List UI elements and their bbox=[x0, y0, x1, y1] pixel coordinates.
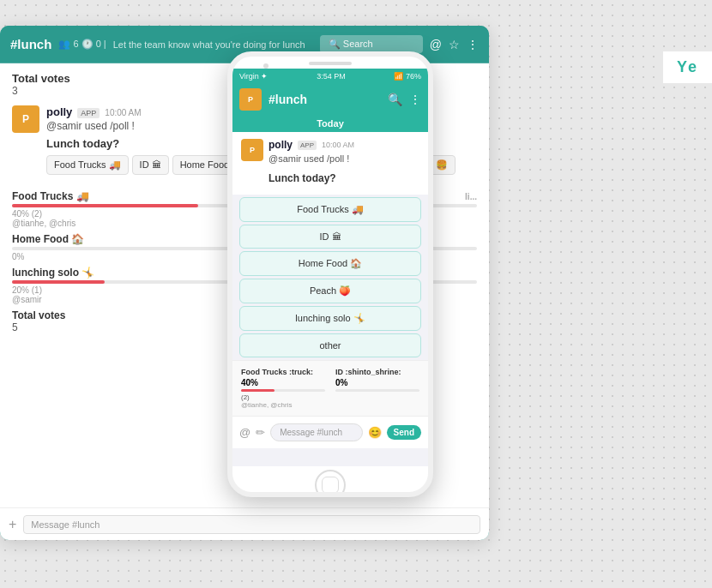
battery-text: 📶 76% bbox=[394, 72, 421, 81]
phone-today-label: Today bbox=[232, 115, 428, 132]
option-food-trucks[interactable]: Food Trucks 🚚 bbox=[46, 155, 129, 175]
search-box[interactable]: 🔍 Search bbox=[320, 35, 423, 53]
option-id[interactable]: ID 🏛 bbox=[132, 155, 169, 175]
phone-result-id: ID :shinto_shrine: 0% bbox=[335, 368, 419, 409]
phone-nav: P #lunch 🔍 ⋮ bbox=[232, 84, 428, 115]
phone-message: P polly APP 10:00 AM @samir used /poll !… bbox=[232, 132, 428, 195]
phone-frame: Virgin ✦ 3:54 PM 📶 76% P #lunch 🔍 ⋮ Toda… bbox=[227, 51, 433, 497]
phone-at-icon[interactable]: @ bbox=[239, 426, 250, 439]
branding-banner: Ye bbox=[663, 51, 712, 83]
phone-more-icon[interactable]: ⋮ bbox=[409, 93, 421, 106]
phone-search-icon[interactable]: 🔍 bbox=[388, 93, 402, 106]
at-icon[interactable]: @ bbox=[430, 38, 442, 51]
app-badge: APP bbox=[77, 108, 100, 118]
phone-bar-food-trucks-bg bbox=[241, 389, 325, 392]
search-icon: 🔍 bbox=[329, 39, 341, 49]
time-text: 3:54 PM bbox=[317, 72, 346, 81]
slack-input-bar: + Message #lunch bbox=[0, 507, 489, 540]
phone-poll-results: Food Trucks :truck: 40% (2) @tianhe, @ch… bbox=[232, 360, 428, 416]
phone-msg-meta: polly APP 10:00 AM bbox=[269, 139, 354, 151]
channel-subtitle: Let the team know what you're doing for … bbox=[113, 39, 313, 50]
channel-name: #lunch bbox=[10, 37, 51, 51]
phone-question: Lunch today? bbox=[269, 172, 419, 184]
phone-nav-avatar: P bbox=[239, 88, 262, 111]
phone-send-button[interactable]: Send bbox=[387, 425, 421, 440]
header-icons: @ ☆ ⋮ bbox=[430, 38, 479, 51]
sender-name: polly bbox=[46, 105, 72, 118]
phone-home-button[interactable] bbox=[315, 470, 346, 497]
phone-msg-time: 10:00 AM bbox=[322, 141, 354, 149]
phone-result-row: Food Trucks :truck: 40% (2) @tianhe, @ch… bbox=[241, 368, 419, 409]
plus-icon[interactable]: + bbox=[9, 517, 16, 532]
phone-edit-icon[interactable]: ✏ bbox=[256, 426, 265, 439]
phone-msg-content: polly APP 10:00 AM @samir used /poll ! bbox=[269, 139, 354, 169]
phone-bar-id-bg bbox=[335, 389, 419, 392]
message-time: 10:00 AM bbox=[105, 108, 141, 117]
phone-speaker bbox=[309, 62, 352, 65]
phone-nav-icons: 🔍 ⋮ bbox=[388, 93, 421, 106]
header-icon-users: 👥 6 🕐 0 | bbox=[58, 39, 106, 50]
phone-avatar: P bbox=[241, 139, 263, 161]
phone-poll-options: Food Trucks 🚚 ID 🏛 Home Food 🏠 Peach 🍑 l… bbox=[232, 195, 428, 360]
phone-app-badge: APP bbox=[298, 141, 317, 150]
phone-sender: polly bbox=[269, 139, 293, 151]
star-icon[interactable]: ☆ bbox=[449, 38, 460, 51]
phone-screen: Virgin ✦ 3:54 PM 📶 76% P #lunch 🔍 ⋮ Toda… bbox=[232, 69, 428, 466]
phone-camera bbox=[263, 63, 269, 69]
phone-option-id[interactable]: ID 🏛 bbox=[239, 225, 421, 249]
total-votes-text: Total votes bbox=[12, 72, 70, 85]
phone-input-area: @ ✏ Message #lunch 😊 Send bbox=[232, 416, 428, 448]
phone-bar-food-trucks bbox=[241, 389, 275, 392]
result-lunching-solo-bar bbox=[12, 280, 105, 284]
more-icon[interactable]: ⋮ bbox=[467, 38, 479, 51]
phone-message-input[interactable]: Message #lunch bbox=[270, 423, 362, 441]
phone-result-food-trucks: Food Trucks :truck: 40% (2) @tianhe, @ch… bbox=[241, 368, 325, 409]
phone-option-lunching-solo[interactable]: lunching solo 🤸 bbox=[239, 306, 421, 331]
search-placeholder: Search bbox=[343, 39, 373, 49]
phone-status-bar: Virgin ✦ 3:54 PM 📶 76% bbox=[232, 69, 428, 84]
phone-option-other[interactable]: other bbox=[239, 333, 421, 357]
branding-text: Ye bbox=[677, 58, 698, 75]
phone-option-peach[interactable]: Peach 🍑 bbox=[239, 279, 421, 303]
phone-option-food-trucks[interactable]: Food Trucks 🚚 bbox=[239, 197, 421, 222]
result-food-trucks-bar bbox=[12, 204, 198, 207]
message-input[interactable]: Message #lunch bbox=[23, 515, 480, 534]
battery-level: 76% bbox=[406, 72, 421, 81]
phone-home-inner bbox=[322, 477, 339, 494]
phone-channel-title: #lunch bbox=[269, 93, 381, 106]
phone-mention: @samir used /poll ! bbox=[269, 153, 354, 164]
carrier-text: Virgin ✦ bbox=[239, 72, 268, 81]
phone-option-home-food[interactable]: Home Food 🏠 bbox=[239, 251, 421, 276]
phone-emoji-icon[interactable]: 😊 bbox=[368, 426, 382, 439]
avatar: P bbox=[12, 105, 39, 133]
wifi-icon: 📶 bbox=[394, 72, 403, 81]
